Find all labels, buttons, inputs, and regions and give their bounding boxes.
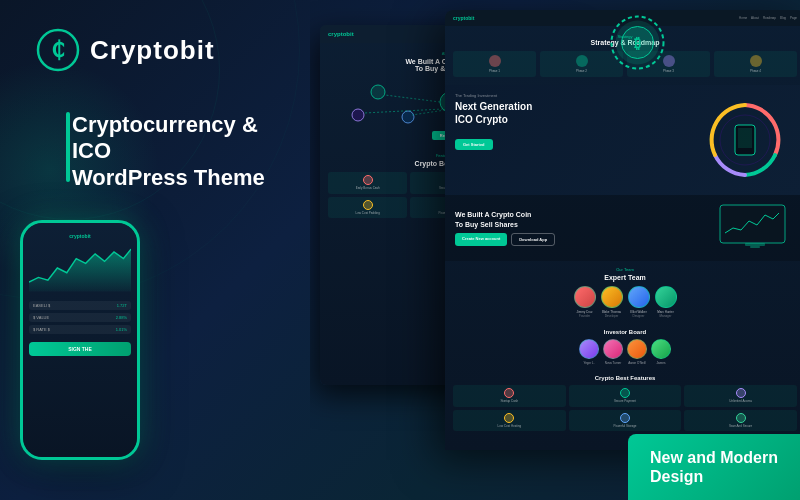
svg-point-8 bbox=[371, 85, 385, 99]
phone-data-rows: EASELI $ 1.72T $ VALUE 2.88% $ RATE $ 1.… bbox=[29, 301, 131, 334]
sc-investor-item: James bbox=[651, 339, 671, 365]
sc-investor-item: Yegor L. bbox=[579, 339, 599, 365]
tagline-line1: Cryptocurrency & ICO bbox=[72, 112, 280, 165]
new-modern-badge: New and Modern Design bbox=[628, 434, 800, 500]
sc-team-member: Elliot Walker Designer bbox=[628, 286, 650, 318]
sc-feature-item: Unlimited Access bbox=[684, 385, 797, 407]
sc-step-item: Phase 1 bbox=[453, 51, 536, 77]
svg-text:₿: ₿ bbox=[634, 35, 641, 51]
sc-feature-item: Save And Secure bbox=[684, 410, 797, 432]
logo-icon: ₵ bbox=[36, 28, 80, 72]
sc-built-section: We Built A Crypto CoinTo Buy Sell Shares… bbox=[445, 195, 800, 261]
sc-team-member: Jimmy Cruz Founder bbox=[574, 286, 596, 318]
svg-line-14 bbox=[385, 95, 440, 102]
right-panel: ₿ cryptobit About Roadmap Blog Page ICO … bbox=[310, 0, 800, 500]
phone-brand: cryptobit bbox=[29, 233, 131, 239]
sc-feature-item: Early Bonus Cash bbox=[328, 172, 407, 194]
sc-features-right-section: Crypto Best Features Startup Cash Secure… bbox=[445, 370, 800, 436]
sc-feature-item: Low Cost Hosting bbox=[453, 410, 566, 432]
svg-point-10 bbox=[352, 109, 364, 121]
sc-investor-item: Aaron O'Neill bbox=[627, 339, 647, 365]
sc-investor-section: Investor Board Yegor L. Nova Turner Aaro… bbox=[445, 324, 800, 370]
svg-rect-26 bbox=[745, 243, 765, 246]
logo-area: ₵ Cryptobit bbox=[36, 28, 280, 72]
sc-feature-item: Secure Payment bbox=[569, 385, 682, 407]
tagline-accent-bar bbox=[66, 112, 70, 182]
bitcoin-coin-icon: ₿ bbox=[610, 15, 665, 70]
sc-hero-visual bbox=[695, 95, 795, 185]
sc-monitor-visual bbox=[715, 203, 795, 253]
phone-mockup: cryptobit bbox=[20, 220, 150, 480]
badge-line1: New and Modern bbox=[650, 448, 778, 467]
svg-rect-27 bbox=[750, 246, 760, 248]
svg-point-11 bbox=[402, 111, 414, 123]
sc-feature-item: Powerful Storage bbox=[569, 410, 682, 432]
sc-feature-item: Startup Cash bbox=[453, 385, 566, 407]
screenshot-main-page: cryptobit Home About Roadmap Blog Page S… bbox=[445, 10, 800, 450]
sc-hero-cta[interactable]: Get Started bbox=[455, 139, 493, 150]
sc-main-hero-section: The Trading Investment Next GenerationIC… bbox=[445, 85, 800, 195]
sc-create-account-btn[interactable]: Create New account bbox=[455, 233, 507, 246]
sc-investor-item: Nova Turner bbox=[603, 339, 623, 365]
svg-line-16 bbox=[364, 109, 443, 113]
tagline: Cryptocurrency & ICO WordPress Theme bbox=[36, 112, 280, 191]
svg-rect-25 bbox=[722, 207, 783, 241]
sc-team-member: Blake Thomas Developer bbox=[601, 286, 623, 318]
svg-text:₵: ₵ bbox=[51, 37, 65, 62]
svg-rect-23 bbox=[738, 128, 752, 148]
sc-mid-logo: cryptobit bbox=[328, 31, 354, 37]
sc-feature-item: Low Cost Padding bbox=[328, 197, 407, 219]
tagline-line2: WordPress Theme bbox=[72, 165, 280, 191]
left-panel: ₵ Cryptobit Cryptocurrency & ICO WordPre… bbox=[0, 0, 310, 500]
phone-cta-button[interactable]: SIGN THE bbox=[29, 342, 131, 356]
sc-team-member: Marc Hunter Manager bbox=[655, 286, 677, 318]
phone-chart bbox=[29, 243, 131, 293]
badge-line2: Design bbox=[650, 467, 778, 486]
sc-team-section: Our Team Expert Team Jimmy Cruz Founder … bbox=[445, 261, 800, 324]
sc-step-item: Phase 4 bbox=[714, 51, 797, 77]
svg-line-17 bbox=[412, 110, 445, 115]
brand-name: Cryptobit bbox=[90, 35, 215, 66]
sc-download-btn[interactable]: Download App bbox=[511, 233, 555, 246]
